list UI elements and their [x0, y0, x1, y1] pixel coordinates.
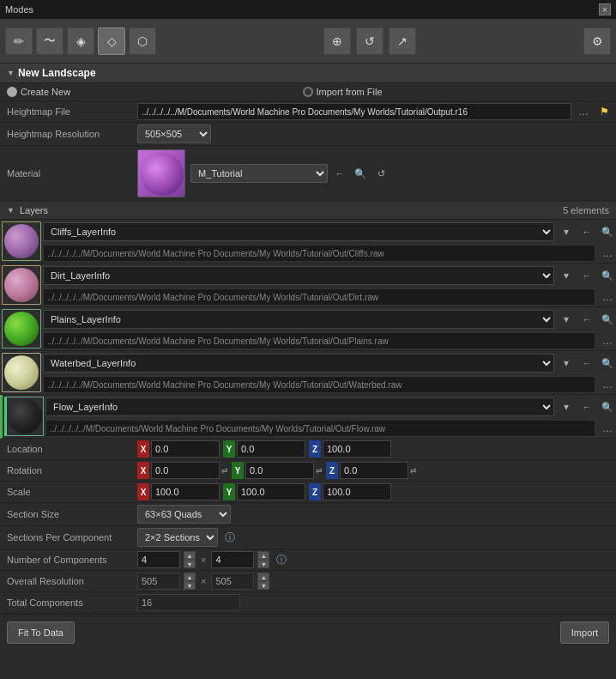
- num-components-y-input[interactable]: [211, 551, 254, 568]
- num-components-y-down[interactable]: ▼: [257, 560, 269, 568]
- settings-icon-button[interactable]: ⚙: [583, 27, 611, 55]
- dirt-path-browse[interactable]: …: [599, 288, 616, 306]
- sections-per-component-content: 1×1 Sections 2×2 Sections ⓘ: [137, 528, 616, 547]
- overall-res-y-down[interactable]: ▼: [257, 581, 269, 590]
- num-components-y-up[interactable]: ▲: [257, 551, 269, 560]
- smooth-tool-button[interactable]: ◈: [67, 27, 94, 55]
- layer-info-dirt: Dirt_LayerInfo ▾ ← 🔍 …: [43, 264, 616, 306]
- scale-z-input[interactable]: [323, 483, 391, 500]
- overall-resolution-y-input[interactable]: [211, 573, 254, 590]
- fit-to-data-button[interactable]: Fit To Data: [7, 621, 75, 644]
- location-z-input[interactable]: [323, 440, 391, 458]
- overall-res-x-up[interactable]: ▲: [184, 573, 196, 581]
- mode-buttons: ⊕ ↺ ↗: [323, 27, 416, 55]
- waterbed-link-icon[interactable]: ←: [578, 355, 595, 372]
- waterbed-path-input[interactable]: [43, 376, 595, 393]
- rotation-z-input[interactable]: [340, 462, 408, 479]
- location-y-input[interactable]: [237, 440, 305, 458]
- num-components-x-input[interactable]: [137, 551, 180, 568]
- layer-thumb-flow: [4, 397, 44, 436]
- plains-layer-select[interactable]: Plains_LayerInfo: [43, 310, 554, 329]
- num-components-x-up[interactable]: ▲: [184, 551, 196, 560]
- collapse-icon[interactable]: ▼: [7, 69, 15, 77]
- import-radio[interactable]: [303, 87, 313, 97]
- sections-info-icon[interactable]: ⓘ: [221, 529, 239, 546]
- overall-res-y-spinner[interactable]: ▲ ▼: [257, 573, 269, 590]
- plains-path-input[interactable]: [43, 332, 595, 349]
- cliffs-path-browse[interactable]: …: [599, 245, 616, 262]
- create-new-radio[interactable]: [7, 87, 17, 97]
- material-link-icon[interactable]: ←: [331, 165, 348, 182]
- plains-link-icon[interactable]: ←: [578, 311, 595, 328]
- cliffs-path-input[interactable]: [43, 245, 595, 262]
- layers-collapse-icon[interactable]: ▼: [7, 206, 15, 215]
- components-separator: ×: [201, 555, 206, 565]
- num-components-x-down[interactable]: ▼: [184, 560, 196, 568]
- components-info-icon[interactable]: ⓘ: [273, 551, 290, 568]
- plains-search-icon[interactable]: 🔍: [599, 311, 616, 328]
- rotation-y-input[interactable]: [245, 462, 314, 479]
- num-components-y-spinner[interactable]: ▲ ▼: [257, 551, 269, 568]
- dirt-layer-select[interactable]: Dirt_LayerInfo: [43, 266, 554, 285]
- number-of-components-label: Number of Components: [0, 555, 137, 565]
- material-reset-icon[interactable]: ↺: [372, 165, 390, 182]
- heightmap-browse-button[interactable]: …: [575, 103, 592, 120]
- rotation-x-label: X: [137, 462, 149, 479]
- scale-x-group: X: [137, 483, 220, 500]
- flow-path-input[interactable]: [45, 420, 595, 437]
- rotation-x-input[interactable]: [151, 462, 220, 479]
- flow-link-icon[interactable]: ←: [578, 398, 595, 415]
- import-from-file-option[interactable]: Import from File: [303, 87, 383, 97]
- cliffs-link-icon[interactable]: ←: [578, 223, 595, 240]
- plains-dropdown-icon[interactable]: ▾: [558, 311, 575, 328]
- paint-tool-button[interactable]: ✏: [5, 27, 33, 55]
- dirt-path-input[interactable]: [43, 288, 595, 306]
- close-button[interactable]: ×: [599, 3, 611, 15]
- scale-y-input[interactable]: [237, 483, 305, 500]
- num-components-x-spinner[interactable]: ▲ ▼: [184, 551, 196, 568]
- heightmap-file-row: Heightmap File … ⚑: [0, 101, 616, 123]
- section-size-select[interactable]: 63×63 Quads 127×127 Quads: [137, 505, 231, 524]
- heightmap-resolution-select[interactable]: 505×505 1009×1009 2017×2017 4033×4033: [137, 124, 211, 143]
- top-toolbar: ✏ 〜 ◈ ◇ ⬡ ⊕ ↺ ↗ ⚙: [0, 19, 616, 64]
- sections-per-component-select[interactable]: 1×1 Sections 2×2 Sections: [137, 528, 218, 547]
- cliffs-layer-select[interactable]: Cliffs_LayerInfo: [43, 222, 554, 241]
- erosion-tool-button[interactable]: ⬡: [129, 27, 156, 55]
- flow-search-icon[interactable]: 🔍: [599, 398, 616, 415]
- waterbed-path-browse[interactable]: …: [599, 376, 616, 393]
- sculpt-button[interactable]: ↺: [356, 27, 383, 55]
- flow-path-browse[interactable]: …: [599, 420, 616, 437]
- create-new-option[interactable]: Create New: [7, 87, 70, 97]
- waterbed-layer-select[interactable]: Waterbed_LayerInfo: [43, 354, 554, 373]
- location-x-input[interactable]: [151, 440, 220, 458]
- manage-button[interactable]: ⊕: [323, 27, 351, 55]
- flow-layer-select[interactable]: Flow_LayerInfo: [45, 397, 554, 416]
- overall-resolution-x-input[interactable]: [137, 573, 180, 590]
- material-search-icon[interactable]: 🔍: [352, 165, 369, 182]
- dirt-dropdown-icon[interactable]: ▾: [558, 267, 575, 284]
- cliffs-dropdown-icon[interactable]: ▾: [558, 223, 575, 240]
- dirt-link-icon[interactable]: ←: [578, 267, 595, 284]
- overall-res-y-up[interactable]: ▲: [257, 573, 269, 581]
- heightmap-flag-button[interactable]: ⚑: [595, 103, 613, 120]
- waterbed-dropdown-icon[interactable]: ▾: [558, 355, 575, 372]
- heightmap-path-input[interactable]: [137, 103, 571, 120]
- layer-item-plains: Plains_LayerInfo ▾ ← 🔍 …: [0, 307, 616, 351]
- flatten-tool-button[interactable]: ◇: [98, 27, 125, 55]
- dirt-search-icon[interactable]: 🔍: [599, 267, 616, 284]
- heightmap-resolution-content: 505×505 1009×1009 2017×2017 4033×4033: [137, 124, 616, 143]
- layer-name-row-waterbed: Waterbed_LayerInfo ▾ ← 🔍: [43, 351, 616, 375]
- overall-res-x-down[interactable]: ▼: [184, 581, 196, 590]
- import-button[interactable]: Import: [560, 621, 609, 644]
- overall-res-x-spinner[interactable]: ▲ ▼: [184, 573, 196, 590]
- sphere-plains: [4, 312, 39, 346]
- paint-button[interactable]: ↗: [389, 27, 416, 55]
- waterbed-search-icon[interactable]: 🔍: [599, 355, 616, 372]
- sculpt-tool-button[interactable]: 〜: [36, 27, 63, 55]
- flow-dropdown-icon[interactable]: ▾: [558, 398, 575, 415]
- scale-x-input[interactable]: [151, 483, 220, 500]
- scale-x-label: X: [137, 483, 149, 500]
- plains-path-browse[interactable]: …: [599, 332, 616, 349]
- cliffs-search-icon[interactable]: 🔍: [599, 223, 616, 240]
- material-select[interactable]: M_Tutorial: [190, 164, 328, 183]
